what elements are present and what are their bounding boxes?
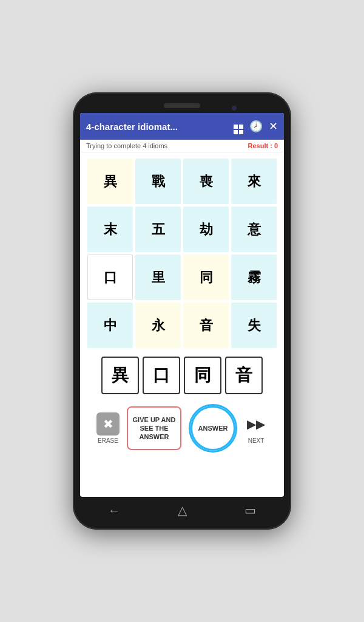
- history-icon[interactable]: 🕗: [249, 120, 263, 133]
- app-bar-icons: 🕗 ✕: [234, 119, 278, 134]
- grid-cell-5[interactable]: 五: [135, 207, 181, 252]
- front-camera: [232, 106, 237, 111]
- erase-icon: ✖: [96, 412, 120, 436]
- answer-cell-1[interactable]: 口: [143, 357, 180, 394]
- give-up-button[interactable]: GIVE UP AND SEE THE ANSWER: [127, 406, 181, 450]
- answer-cell-2[interactable]: 同: [184, 357, 221, 394]
- result-badge: Result : 0: [248, 142, 278, 149]
- back-nav-button[interactable]: ←: [103, 502, 125, 519]
- next-label: NEXT: [248, 437, 265, 444]
- grid-cell-3[interactable]: 來: [231, 159, 277, 204]
- grid-cell-13[interactable]: 永: [135, 302, 181, 348]
- app-bar: 4-character idiomat... 🕗 ✕: [80, 113, 284, 140]
- speaker-grill: [164, 103, 200, 108]
- phone-device: 4-character idiomat... 🕗 ✕ Trying to com…: [73, 92, 291, 530]
- grid-cell-0[interactable]: 異: [87, 159, 133, 204]
- phone-nav-bar: ← △ ▭: [80, 497, 284, 521]
- next-button[interactable]: ▶▶ NEXT: [244, 412, 268, 444]
- answer-cell-0[interactable]: 異: [101, 357, 139, 394]
- grid-cell-2[interactable]: 喪: [183, 159, 229, 204]
- grid-cell-9[interactable]: 里: [135, 255, 181, 300]
- answer-button[interactable]: ANSWER: [189, 404, 237, 453]
- status-bar: Trying to complete 4 idioms Result : 0: [80, 140, 284, 152]
- grid-cell-14[interactable]: 音: [183, 302, 229, 348]
- next-icon: ▶▶: [244, 412, 268, 436]
- erase-label: ERASE: [98, 437, 118, 444]
- grid-cell-7[interactable]: 意: [231, 207, 277, 252]
- close-icon[interactable]: ✕: [269, 120, 278, 133]
- give-up-label: GIVE UP AND SEE THE ANSWER: [130, 415, 178, 442]
- erase-button[interactable]: ✖ ERASE: [96, 412, 120, 444]
- answer-label: ANSWER: [198, 425, 228, 432]
- grid-cell-12[interactable]: 中: [87, 302, 133, 348]
- grid-cell-11[interactable]: 霧: [231, 255, 277, 300]
- grid-cell-8[interactable]: 口: [87, 255, 133, 300]
- answer-row: 異口同音: [80, 350, 284, 400]
- grid-cell-4[interactable]: 末: [87, 207, 133, 252]
- action-row: ✖ ERASE GIVE UP AND SEE THE ANSWER ANSWE…: [80, 400, 284, 459]
- recent-nav-button[interactable]: ▭: [239, 502, 261, 519]
- app-title: 4-character idiomat...: [86, 121, 234, 132]
- grid-view-icon[interactable]: [234, 119, 243, 134]
- grid-cell-10[interactable]: 同: [183, 255, 229, 300]
- status-text: Trying to complete 4 idioms: [86, 142, 167, 149]
- character-grid-area: 異戰喪來末五劫意口里同霧中永音失: [80, 152, 284, 350]
- phone-screen: 4-character idiomat... 🕗 ✕ Trying to com…: [80, 113, 284, 497]
- grid-cell-6[interactable]: 劫: [183, 207, 229, 252]
- answer-cell-3[interactable]: 音: [225, 357, 263, 394]
- grid-cell-1[interactable]: 戰: [135, 159, 181, 204]
- grid-cell-15[interactable]: 失: [231, 302, 277, 348]
- home-nav-button[interactable]: △: [171, 502, 193, 519]
- character-grid: 異戰喪來末五劫意口里同霧中永音失: [87, 159, 277, 348]
